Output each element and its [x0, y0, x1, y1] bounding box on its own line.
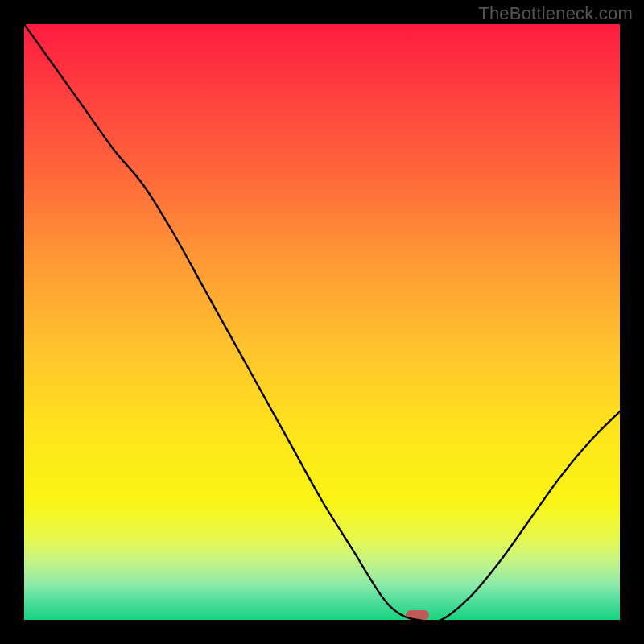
curve-path: [24, 24, 620, 620]
chart-frame: TheBottleneck.com: [0, 0, 644, 644]
plot-area: [24, 24, 620, 620]
bottleneck-curve: [24, 24, 620, 620]
watermark-text: TheBottleneck.com: [478, 3, 633, 24]
